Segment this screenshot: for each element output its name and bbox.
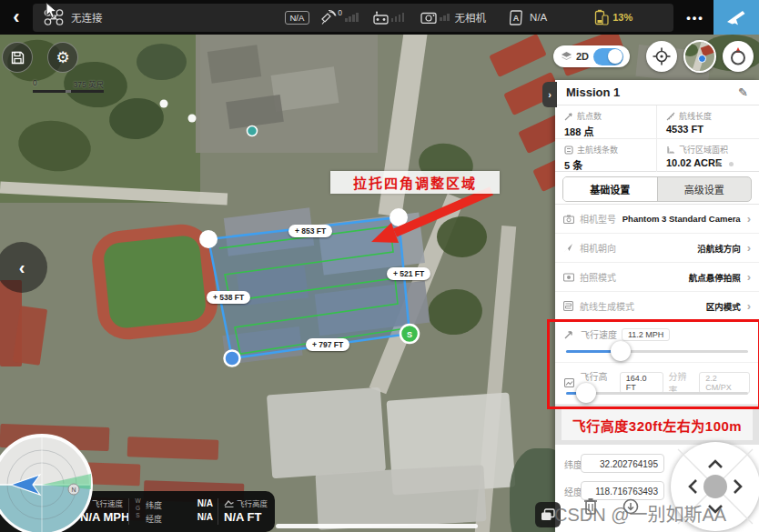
gear-icon: ⚙ xyxy=(56,50,69,65)
datum-label: WGS xyxy=(135,497,142,519)
back-button[interactable]: ‹ xyxy=(0,0,33,35)
fly-button[interactable] xyxy=(713,0,759,35)
camera-status: 无相机 xyxy=(455,10,487,25)
setting-route-mode[interactable]: 航线生成模式 区内模式 › xyxy=(555,292,759,321)
mouse-cursor xyxy=(46,2,58,20)
gps-signal-bars xyxy=(345,13,359,22)
mission-title: Mission 1 xyxy=(566,85,738,99)
settings-button[interactable]: ⚙ xyxy=(47,42,78,73)
speed-slider-row: 飞行速度 11.2 MPH xyxy=(555,321,759,363)
tab-advanced-settings[interactable]: 高级设置 xyxy=(658,177,752,201)
longitude-label: 经度 xyxy=(564,485,582,498)
top-status-bar: ‹ 无连接 N/A 0 xyxy=(0,0,759,35)
altitude-slider-track[interactable] xyxy=(566,392,748,395)
page-dot-active[interactable] xyxy=(716,162,721,166)
polygon-corner-handle-tl[interactable] xyxy=(199,230,218,248)
tele-alt-value: N/A FT xyxy=(224,510,268,524)
speed-slider-track[interactable] xyxy=(566,350,748,353)
collapse-panel-tab[interactable]: › xyxy=(542,82,557,107)
tele-lng-label: 经度 xyxy=(146,513,162,525)
setting-camera-model[interactable]: 相机型号 Phantom 3 Standard Camera › xyxy=(555,205,759,234)
view-mode-control[interactable]: 2D xyxy=(553,45,630,67)
capture-mode-icon xyxy=(563,273,574,282)
more-menu-button[interactable]: ••• xyxy=(677,11,713,25)
tab-basic-settings[interactable]: 基础设置 xyxy=(563,177,658,201)
route-mode-icon xyxy=(563,301,573,311)
checklist-value: N/A xyxy=(530,12,547,23)
edge-length-top: + 853 FT xyxy=(288,225,332,237)
route-length-icon xyxy=(666,112,675,121)
map-poi-dot xyxy=(188,115,197,123)
page-dots xyxy=(716,162,734,166)
connection-status: 无连接 xyxy=(71,10,103,25)
flight-altitude-icon xyxy=(564,378,574,387)
chevron-right-icon: › xyxy=(747,270,751,284)
page-dot[interactable] xyxy=(729,162,734,166)
compass-reset-button[interactable] xyxy=(723,41,754,72)
altitude-value: 164.0 FT xyxy=(620,372,664,394)
tele-alt-label: 飞行高度 xyxy=(237,497,268,508)
edge-length-bottom: + 797 FT xyxy=(306,338,349,351)
camera-status-icon xyxy=(420,11,437,24)
chevron-right-icon: › xyxy=(747,212,751,226)
speed-value: 11.2 MPH xyxy=(622,328,670,341)
divider xyxy=(218,498,218,525)
save-mission-button[interactable] xyxy=(2,42,33,73)
save-icon xyxy=(11,51,25,65)
2d-toggle[interactable] xyxy=(593,48,623,65)
camera-icon xyxy=(563,215,574,224)
camera-signal-bars xyxy=(440,14,450,21)
gps-satellite-icon xyxy=(320,10,337,25)
setting-camera-heading[interactable]: 相机朝向 沿航线方向 › xyxy=(555,234,759,263)
stat-area: 飞行区域面积 10.02 ACRE xyxy=(657,139,759,172)
heading-arrow-icon xyxy=(563,243,573,253)
scale-distance: 375 英尺 xyxy=(73,78,104,89)
airplane-icon xyxy=(725,6,747,28)
resolution-value: 2.2 CM/PX xyxy=(699,372,750,394)
watermark: CSDN @一别如斯AA xyxy=(554,500,726,527)
view-mode-label: 2D xyxy=(576,51,589,62)
minimap-button[interactable] xyxy=(683,40,716,73)
nudge-left-icon[interactable] xyxy=(690,480,696,493)
latitude-input[interactable]: 32.202764195 xyxy=(581,454,664,473)
speed-slider-thumb[interactable] xyxy=(611,341,631,361)
nudge-right-icon[interactable] xyxy=(734,480,741,493)
battery-percent: 13% xyxy=(612,12,632,23)
latitude-label: 纬度 xyxy=(564,457,582,471)
edge-length-right: + 521 FT xyxy=(387,267,430,280)
mission-header: Mission 1 ✎ xyxy=(555,80,759,105)
flight-speed-icon xyxy=(564,329,574,339)
attitude-compass-widget: N xyxy=(0,432,95,532)
app-screen: S + 853 FT + 521 FT + 538 FT + 797 FT 拉托… xyxy=(0,0,759,532)
locate-me-button[interactable] xyxy=(646,41,677,72)
home-indicator xyxy=(276,524,478,528)
stat-waypoints: 航点数 188 点 xyxy=(555,105,657,139)
checklist-icon: A xyxy=(510,9,525,25)
chevron-right-icon: › xyxy=(747,299,751,313)
altitude-icon xyxy=(224,499,234,507)
flight-mode-badge[interactable]: N/A xyxy=(285,11,310,25)
status-panel: 无连接 N/A 0 无相机 xyxy=(33,4,673,32)
mission-stats: 航点数 188 点 航线长度 4533 FT 主航线条数 5 条 xyxy=(555,105,759,172)
area-ruler-icon xyxy=(666,146,675,155)
tele-lat-label: 纬度 xyxy=(146,499,162,511)
map-poi-dot xyxy=(160,100,168,108)
edit-mission-icon[interactable]: ✎ xyxy=(738,85,748,99)
nudge-center-knob[interactable] xyxy=(703,475,727,498)
map-poi-marker xyxy=(248,126,258,136)
layers-icon xyxy=(561,51,572,63)
setting-capture-mode[interactable]: 拍照模式 航点悬停拍照 › xyxy=(555,263,759,292)
altitude-slider-thumb[interactable] xyxy=(576,383,596,403)
tele-speed-label: 飞行速度 xyxy=(92,497,123,508)
gallery-icon xyxy=(541,508,555,521)
polygon-corner-handle-bl[interactable] xyxy=(225,351,240,366)
tele-lng-value: N/A xyxy=(187,512,213,522)
edge-length-left: + 538 FT xyxy=(207,291,250,304)
note-section: 飞行高度320ft左右为100m xyxy=(555,405,759,445)
tutorial-annotation: 拉托四角调整区域 xyxy=(330,171,500,194)
chevron-right-icon: › xyxy=(747,241,751,255)
waypoint-icon xyxy=(564,112,573,121)
remote-controller-icon xyxy=(373,11,389,25)
map-scale-bar: 0 375 英尺 xyxy=(33,78,104,93)
nudge-up-icon[interactable] xyxy=(709,461,722,467)
